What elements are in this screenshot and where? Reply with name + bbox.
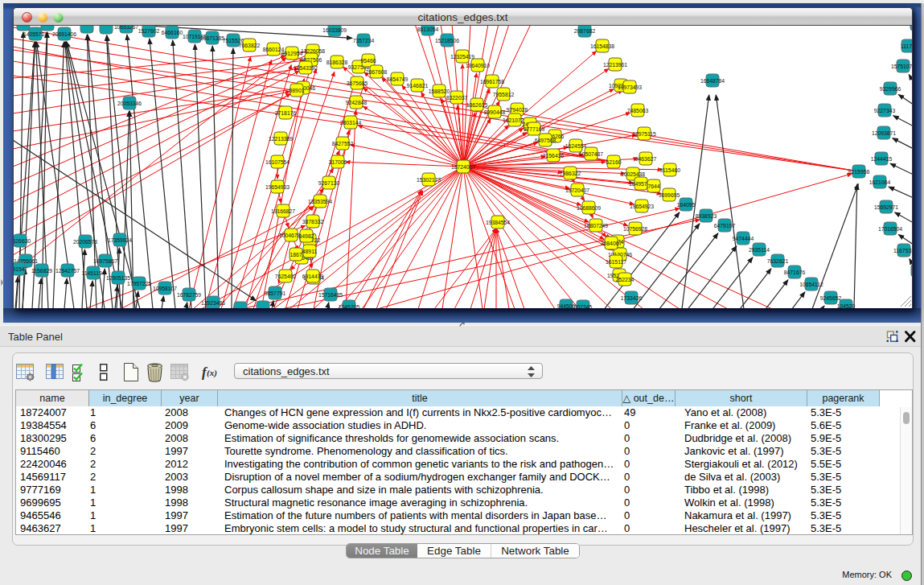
svg-text:7955812: 7955812 (493, 92, 515, 97)
svg-text:8813054: 8813054 (417, 27, 439, 32)
svg-text:7986322: 7986322 (560, 171, 581, 176)
svg-text:1167533: 1167533 (893, 248, 912, 253)
svg-text:15720407: 15720407 (565, 187, 589, 193)
svg-text:11451194: 11451194 (81, 270, 105, 276)
svg-text:7485063: 7485063 (627, 108, 649, 113)
svg-text:9329966: 9329966 (880, 86, 901, 92)
svg-text:10688609: 10688609 (577, 205, 601, 211)
svg-text:1362615: 1362615 (466, 102, 488, 108)
svg-text:16648784: 16648784 (700, 78, 725, 84)
svg-text:9857791: 9857791 (265, 290, 286, 296)
svg-text:9146821: 9146821 (407, 83, 429, 89)
svg-text:6497568: 6497568 (535, 138, 556, 143)
svg-text:13353594: 13353594 (308, 199, 332, 204)
svg-text:13226058: 13226058 (301, 48, 325, 54)
svg-text:20053346: 20053346 (117, 101, 142, 106)
svg-text:2087682: 2087682 (574, 28, 596, 34)
svg-text:8912954: 8912954 (281, 51, 303, 56)
svg-text:9227343: 9227343 (874, 108, 896, 113)
svg-text:20691406: 20691406 (52, 31, 76, 37)
svg-text:10973493: 10973493 (618, 84, 642, 90)
svg-text:2718176: 2718176 (275, 110, 297, 116)
svg-text:6914479: 6914479 (302, 274, 324, 279)
svg-text:9242848: 9242848 (346, 100, 368, 105)
svg-text:2803144: 2803144 (340, 120, 362, 126)
svg-text:164095: 164095 (677, 202, 696, 208)
svg-text:8322037: 8322037 (446, 95, 468, 101)
svg-text:(x): (x) (207, 368, 217, 378)
svg-text:19654933: 19654933 (265, 184, 290, 190)
svg-text:15218506: 15218506 (435, 38, 459, 43)
svg-text:2867608: 2867608 (366, 69, 388, 75)
svg-text:9245652: 9245652 (820, 295, 842, 301)
svg-text:14055714: 14055714 (23, 31, 47, 37)
svg-text:8471676: 8471676 (784, 270, 806, 275)
svg-text:16782759: 16782759 (177, 292, 201, 298)
svg-text:9474444: 9474444 (733, 236, 754, 241)
svg-text:48911: 48911 (302, 249, 318, 254)
svg-text:12905135: 12905135 (106, 275, 130, 281)
svg-text:902345: 902345 (574, 304, 593, 309)
svg-text:10025438: 10025438 (621, 171, 645, 177)
svg-text:10507487: 10507487 (579, 151, 603, 157)
svg-text:1045205: 1045205 (339, 304, 360, 309)
svg-text:7644: 7644 (647, 183, 659, 189)
svg-text:15751074: 15751074 (891, 64, 912, 69)
svg-text:17957225: 17957225 (127, 281, 151, 286)
svg-text:16107554: 16107554 (265, 159, 290, 165)
svg-text:104520: 104520 (837, 303, 856, 309)
svg-text:2626630: 2626630 (14, 238, 31, 244)
svg-text:15716485: 15716485 (318, 292, 343, 298)
svg-text:84982: 84982 (299, 233, 314, 239)
svg-text:1621064: 1621064 (869, 179, 891, 185)
svg-text:6466160: 6466160 (162, 30, 183, 35)
svg-text:12093871: 12093871 (872, 130, 896, 136)
svg-text:2156436: 2156436 (543, 153, 565, 159)
svg-text:9777169: 9777169 (524, 126, 545, 132)
svg-text:16154838: 16154838 (590, 43, 614, 49)
svg-text:391547: 391547 (14, 266, 28, 272)
svg-text:3084067: 3084067 (601, 241, 622, 246)
svg-text:16543392: 16543392 (294, 65, 318, 71)
svg-text:9463627: 9463627 (635, 156, 657, 162)
svg-text:11175: 11175 (901, 43, 912, 49)
svg-text:95466: 95466 (361, 58, 376, 64)
svg-text:1588520: 1588520 (429, 89, 450, 94)
svg-text:1244415: 1244415 (871, 156, 893, 162)
svg-text:16033809: 16033809 (322, 27, 347, 33)
svg-text:1733426: 1733426 (621, 295, 643, 301)
svg-text:16671385: 16671385 (200, 35, 224, 41)
svg-text:9267130: 9267130 (318, 180, 340, 186)
svg-text:6479197: 6479197 (714, 223, 736, 229)
svg-text:2935114: 2935114 (749, 247, 770, 253)
svg-text:1156829: 1156829 (31, 268, 52, 274)
svg-text:10654112: 10654112 (799, 282, 823, 287)
svg-text:7625402: 7625402 (275, 274, 297, 279)
svg-text:944506: 944506 (557, 303, 576, 309)
svg-text:17359924: 17359924 (108, 237, 132, 243)
svg-text:1624554: 1624554 (565, 143, 587, 149)
svg-text:8454749: 8454749 (387, 76, 409, 82)
svg-text:98901: 98901 (290, 88, 305, 93)
svg-text:8427552: 8427552 (332, 141, 354, 146)
svg-text:20206578: 20206578 (73, 239, 97, 245)
svg-text:317006: 317006 (329, 159, 347, 165)
svg-text:7357234: 7357234 (353, 38, 375, 43)
svg-text:1527602: 1527602 (138, 28, 160, 34)
svg-text:10958107: 10958107 (153, 286, 177, 291)
svg-text:12213389: 12213389 (269, 136, 293, 142)
svg-text:9699695: 9699695 (659, 192, 680, 198)
svg-text:12975115: 12975115 (632, 131, 656, 137)
svg-text:12213961: 12213961 (603, 62, 627, 68)
svg-text:12325419: 12325419 (450, 54, 474, 60)
svg-text:8186328: 8186328 (326, 60, 348, 65)
svg-text:19654923: 19654923 (630, 204, 654, 209)
svg-text:10975867: 10975867 (93, 258, 117, 264)
svg-text:12923486: 12923486 (201, 300, 225, 306)
svg-text:18807249: 18807249 (584, 223, 608, 229)
svg-text:8990448: 8990448 (484, 109, 506, 115)
svg-text:1867: 1867 (290, 252, 302, 257)
svg-text:15302173: 15302173 (417, 177, 441, 183)
svg-text:10653267: 10653267 (114, 26, 138, 30)
svg-text:19384554: 19384554 (486, 220, 510, 225)
